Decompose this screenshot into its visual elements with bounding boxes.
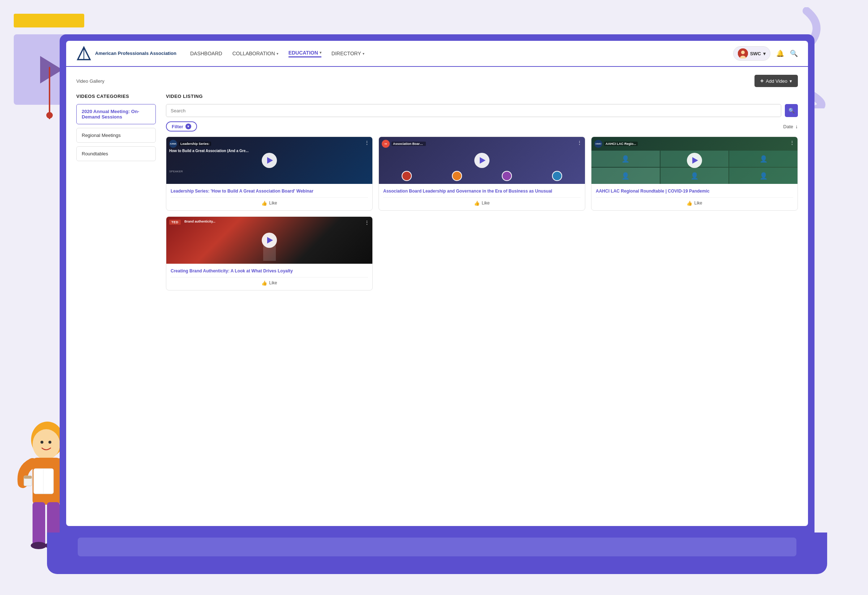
search-submit-button[interactable]: 🔍 [785,104,798,117]
play-button-3[interactable] [687,153,702,168]
navbar: American Professionals Association DASHB… [66,41,808,67]
video-info-2: Association Board Leadership and Governa… [379,184,585,210]
laptop-screen: American Professionals Association DASHB… [60,34,815,533]
video-like-row-4: 👍 Like [171,277,368,286]
svg-point-17 [741,50,745,54]
logo-icon [76,46,92,61]
play-button-2[interactable] [474,153,490,168]
thumb-logo-2a: ●● [382,140,390,148]
sort-arrow-icon: ↓ [795,124,798,129]
red-dot-decoration [46,112,53,118]
like-button-1[interactable]: 👍 Like [261,200,277,206]
play-button-1[interactable] [262,153,277,168]
search-icon[interactable]: 🔍 [790,50,798,57]
nav-education[interactable]: EDUCATION ▾ [288,50,321,57]
thumb-logo-3: AAHCI [594,140,602,148]
video-info-3: AAHCI LAC Regional Roundtable | COVID-19… [592,184,797,210]
nav-dashboard[interactable]: DASHBOARD [190,50,222,56]
laptop-base-inner [78,538,796,556]
education-caret: ▾ [320,50,321,54]
thumb-text-1: How to Build a Great Association (And a … [169,149,249,153]
video-card-4: TED Brand authenticity... ⋮ [166,216,373,290]
filter-sort-row: Filter ▼ Date ↓ [166,121,798,131]
video-grid: AANA Leadership Series: ⋮ How to Build a… [166,137,798,290]
logo-area: American Professionals Association [76,46,176,61]
thumb-more-1[interactable]: ⋮ [365,140,369,146]
add-video-button[interactable]: + Add Video ▾ [754,75,798,87]
video-thumbnail-4[interactable]: TED Brand authenticity... ⋮ [166,217,372,264]
like-button-2[interactable]: 👍 Like [474,200,490,206]
sidebar: VIDEOS CATEGORIES 2020 Annual Meeting: O… [76,94,156,518]
video-listing-title: VIDEO LISTING [166,94,798,99]
like-button-4[interactable]: 👍 Like [261,280,277,286]
video-info-4: Creating Brand Authenticity: A Look at W… [166,264,372,290]
search-submit-icon: 🔍 [788,108,795,113]
content-columns: VIDEOS CATEGORIES 2020 Annual Meeting: O… [76,94,798,518]
thumb-badge-3: AAHCI AAHCI LAC Regio... [594,140,638,148]
category-annual-meeting[interactable]: 2020 Annual Meeting: On-Demand Sessions [76,104,156,124]
thumb-logo-1: AANA [169,140,177,148]
user-caret: ▾ [763,51,766,56]
video-card-1: AANA Leadership Series: ⋮ How to Build a… [166,137,373,211]
laptop-base [47,533,827,574]
add-icon: + [760,78,763,84]
red-line-decoration [49,67,50,119]
video-title-2: Association Board Leadership and Governa… [383,188,580,194]
thumb-more-3[interactable]: ⋮ [790,140,795,146]
video-info-1: Leadership Series: 'How to Build A Great… [166,184,372,210]
breadcrumb: Video Gallery [76,78,105,84]
video-title-1: Leadership Series: 'How to Build A Great… [171,188,368,194]
face-2-2 [452,171,462,181]
user-menu-button[interactable]: SWC ▾ [733,46,771,61]
thumb-more-2[interactable]: ⋮ [577,140,582,146]
nav-right: SWC ▾ 🔔 🔍 [733,46,798,61]
svg-point-4 [49,441,51,443]
sidebar-title: VIDEOS CATEGORIES [76,94,156,99]
video-thumbnail-1[interactable]: AANA Leadership Series: ⋮ How to Build a… [166,137,372,184]
nav-collaboration[interactable]: COLLABORATION ▾ [232,50,278,56]
bell-icon[interactable]: 🔔 [776,50,784,57]
like-icon-4: 👍 [261,280,267,286]
category-roundtables[interactable]: Roundtables [76,146,156,161]
video-listing: VIDEO LISTING 🔍 [166,94,798,518]
face-cell-3-4: 👤 [592,168,660,184]
thumb-badge-2: ●● Association Board... [382,140,426,148]
thumb-channel-3: AAHCI LAC Regio... [604,141,638,146]
face-cell-3-5: 👤 [660,168,729,184]
play-button-4[interactable] [262,233,277,248]
thumb-sub-1: SPEAKER [169,170,369,173]
play-triangle-decoration [40,56,62,84]
category-regional-meetings[interactable]: Regional Meetings [76,128,156,143]
video-thumbnail-3[interactable]: AAHCI AAHCI LAC Regio... ⋮ 👤 👤 👤 [592,137,797,184]
search-box [166,104,781,117]
face-cell-3-6: 👤 [729,168,797,184]
svg-point-2 [32,429,60,460]
video-like-row-2: 👍 Like [383,197,580,206]
laptop-wrapper: American Professionals Association DASHB… [60,34,815,574]
yellow-bar-decoration [14,14,84,28]
thumb-channel-2: Association Board... [391,141,426,146]
user-avatar [738,49,748,59]
play-triangle-2 [480,157,486,163]
sort-button[interactable]: Date ↓ [784,124,798,129]
svg-point-3 [40,441,43,443]
video-card-3: AAHCI AAHCI LAC Regio... ⋮ 👤 👤 👤 [591,137,798,211]
video-thumbnail-2[interactable]: ●● Association Board... ⋮ [379,137,585,184]
thumb-badge-1: AANA Leadership Series: [169,140,211,148]
main-content: Video Gallery + Add Video ▾ VIDEOS CATEG… [66,67,808,526]
like-button-3[interactable]: 👍 Like [686,200,702,206]
thumb-channel-1: Leadership Series: [179,141,211,146]
filter-button[interactable]: Filter ▼ [166,121,197,131]
like-icon-1: 👍 [261,200,267,206]
face-2-3 [502,171,512,181]
video-like-row-3: 👍 Like [596,197,793,206]
face-cell-3-1: 👤 [592,151,660,167]
face-2-1 [402,171,412,181]
play-triangle-1 [267,157,273,163]
svg-rect-10 [32,502,45,545]
nav-directory[interactable]: DIRECTORY ▾ [332,50,365,56]
user-name: SWC [750,51,761,56]
video-card-2: ●● Association Board... ⋮ [378,137,585,211]
play-triangle-4 [267,237,273,243]
search-input[interactable] [171,108,776,113]
